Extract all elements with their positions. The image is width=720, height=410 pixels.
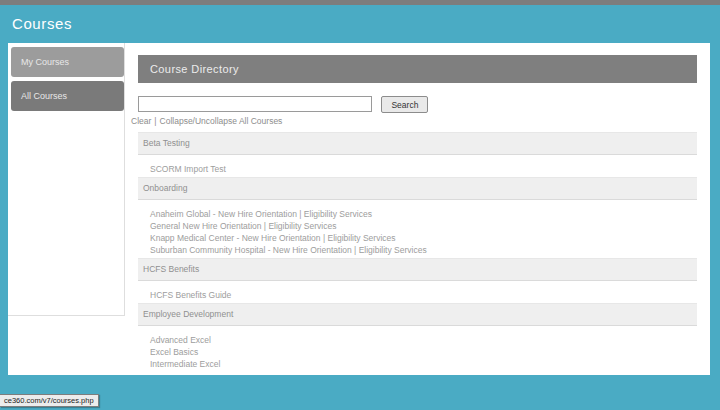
sidebar-item-label: All Courses	[21, 91, 67, 101]
status-url-tooltip: ce360.com/v7/courses.php	[0, 394, 99, 407]
course-link[interactable]: General New Hire Orientation | Eligibili…	[150, 220, 697, 232]
course-link[interactable]: Suburban Community Hospital - New Hire O…	[150, 244, 697, 256]
section-bar-hcfs-benefits[interactable]: HCFS Benefits	[138, 258, 697, 281]
course-directory-header: Course Directory	[138, 55, 697, 83]
content-card: My Courses All Courses Course Directory …	[8, 43, 710, 375]
section-bar-onboarding[interactable]: Onboarding	[138, 177, 697, 200]
course-link[interactable]: Intermediate Excel	[150, 358, 697, 370]
course-sections: Beta Testing SCORM Import Test Onboardin…	[131, 132, 697, 372]
window-top-strip	[0, 0, 720, 5]
course-link[interactable]: Advanced Excel	[150, 334, 697, 346]
search-button[interactable]: Search	[381, 96, 428, 113]
course-list: SCORM Import Test	[131, 155, 697, 177]
list-controls: Clear|Collapse/Uncollapse All Courses	[131, 116, 697, 127]
course-link[interactable]: Excel Basics	[150, 346, 697, 358]
course-link[interactable]: HCFS Benefits Guide	[150, 289, 697, 301]
page-title: Courses	[12, 15, 72, 32]
section-bar-beta-testing[interactable]: Beta Testing	[138, 132, 697, 155]
collapse-all-link[interactable]: Collapse/Uncollapse All Courses	[160, 116, 283, 126]
clear-link[interactable]: Clear	[131, 116, 151, 126]
course-link[interactable]: Anaheim Global - New Hire Orientation | …	[150, 208, 697, 220]
search-input[interactable]	[138, 96, 372, 112]
main-content: Course Directory Search Clear|Collapse/U…	[131, 55, 697, 372]
course-link[interactable]: SCORM Import Test	[150, 163, 697, 175]
link-separator: |	[154, 116, 156, 126]
search-row: Search	[138, 96, 697, 114]
sidebar: My Courses All Courses	[8, 43, 125, 316]
sidebar-item-all-courses[interactable]: All Courses	[11, 81, 124, 111]
sidebar-item-my-courses[interactable]: My Courses	[11, 47, 124, 77]
course-list: Advanced Excel Excel Basics Intermediate…	[131, 326, 697, 372]
course-link[interactable]: Knapp Medical Center - New Hire Orientat…	[150, 232, 697, 244]
sidebar-item-label: My Courses	[21, 57, 69, 67]
section-bar-employee-development[interactable]: Employee Development	[138, 303, 697, 326]
course-list: HCFS Benefits Guide	[131, 281, 697, 303]
course-list: Anaheim Global - New Hire Orientation | …	[131, 200, 697, 258]
